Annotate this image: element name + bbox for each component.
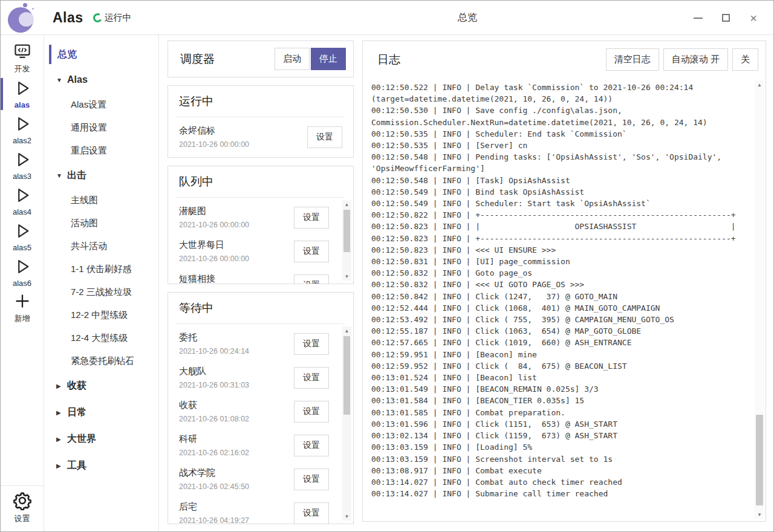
task-setting-button[interactable]: 设置 — [294, 274, 329, 284]
log-scroll-thumb[interactable] — [756, 415, 763, 505]
queue-scroll-thumb[interactable] — [343, 210, 350, 252]
task-setting-button[interactable]: 设置 — [294, 333, 329, 355]
menu-item-共斗活动[interactable]: 共斗活动 — [49, 235, 158, 258]
menu-item-Alas设置[interactable]: Alas设置 — [49, 93, 158, 116]
task-setting-button[interactable]: 设置 — [294, 469, 329, 490]
sidebar-item-alas2[interactable]: alas2 — [1, 112, 44, 148]
clear-log-button[interactable]: 清空日志 — [606, 48, 659, 71]
scroll-up-icon[interactable]: ▲ — [755, 80, 764, 89]
log-line: 00:13:03.159 | INFO | [Loading] 5% — [371, 441, 752, 453]
task-setting-button[interactable]: 设置 — [294, 401, 329, 423]
menu-item-活动图[interactable]: 活动图 — [49, 212, 158, 235]
instance-rail: 开发alasalas2alas3alas4alas5alas6新增 设置 — [1, 35, 44, 531]
menu-item-日常[interactable]: ▶日常 — [49, 399, 158, 426]
queue-title: 队列中 — [168, 174, 353, 197]
log-line: 00:12:53.492 | INFO | Click ( 755, 395) … — [371, 314, 752, 325]
page-title: 总览 — [458, 11, 477, 24]
task-name: 委托 — [179, 332, 249, 343]
menu-item-工具[interactable]: ▶工具 — [49, 452, 158, 479]
menu-item-7-2 三战捡垃圾[interactable]: 7-2 三战捡垃圾 — [49, 281, 158, 303]
log-line: 00:12:50.832 | INFO | <<< UI GOTO PAGE_O… — [371, 279, 752, 290]
menu-item-通用设置[interactable]: 通用设置 — [49, 116, 158, 139]
menu-item-总览[interactable]: 总览 — [49, 42, 158, 66]
task-info: 潜艇图2021-10-26 00:00:00 — [179, 206, 249, 229]
log-output[interactable]: 00:12:50.522 | INFO | Delay task `Commis… — [371, 82, 752, 519]
log-off-button[interactable]: 关 — [732, 48, 758, 71]
waiting-scrollbar[interactable]: ▲ ▼ — [342, 326, 351, 521]
scroll-down-icon[interactable]: ▼ — [342, 512, 351, 521]
menu-item-1-1 伏击刷好感[interactable]: 1-1 伏击刷好感 — [49, 258, 158, 281]
log-line: 00:12:50.831 | INFO | [UI] page_commissi… — [371, 256, 752, 267]
menu-item-label: 工具 — [67, 459, 86, 472]
log-line: 00:12:50.823 | INFO | <<< UI ENSURE >>> — [371, 244, 752, 256]
running-spinner-icon — [92, 12, 103, 23]
scroll-down-icon[interactable]: ▼ — [342, 272, 351, 281]
task-setting-button[interactable]: 设置 — [294, 502, 329, 524]
sidebar-item-alas6[interactable]: alas6 — [1, 255, 44, 290]
menu-item-label: 出击 — [67, 169, 86, 182]
menu-item-出击[interactable]: ▼出击 — [49, 162, 158, 189]
task-setting-button[interactable]: 设置 — [294, 207, 329, 229]
menu-item-重启设置[interactable]: 重启设置 — [49, 139, 158, 162]
task-info: 战术学院2021-10-26 02:45:50 — [179, 467, 249, 491]
sidebar-item-settings[interactable]: 设置 — [1, 490, 44, 525]
menu-item-大世界[interactable]: ▶大世界 — [49, 426, 158, 452]
scroll-up-icon[interactable]: ▲ — [342, 200, 351, 209]
queue-scrollbar[interactable]: ▲ ▼ — [342, 200, 351, 281]
task-name: 科研 — [179, 433, 249, 445]
sidebar-item-alas5[interactable]: alas5 — [1, 219, 44, 255]
sidebar-item-开发[interactable]: 开发 — [1, 41, 44, 76]
task-row: 战术学院2021-10-26 02:45:50设置 — [179, 462, 329, 496]
app-window: Alas 运行中 总览 × 开发alasalas2alas3alas4alas5… — [0, 0, 774, 532]
autoscroll-toggle-button[interactable]: 自动滚动 开 — [663, 48, 728, 71]
sidebar-item-alas3[interactable]: alas3 — [1, 148, 44, 183]
minimize-icon — [694, 18, 703, 19]
menu-item-label: 活动图 — [71, 218, 98, 229]
log-line: 00:13:02.134 | INFO | Click (1159, 673) … — [371, 430, 752, 441]
log-panel: 日志 清空日志 自动滚动 开 关 00:12:50.522 | INFO | D… — [362, 41, 766, 522]
scroll-up-icon[interactable]: ▲ — [342, 326, 351, 335]
menu-item-收获[interactable]: ▶收获 — [49, 372, 158, 399]
scheduler-stop-button[interactable]: 停止 — [311, 48, 346, 70]
task-setting-button[interactable]: 设置 — [307, 126, 342, 148]
scheduler-start-button[interactable]: 启动 — [275, 48, 310, 70]
titlebar: Alas 运行中 总览 × — [1, 1, 773, 35]
minimize-button[interactable] — [684, 6, 712, 30]
task-row: 余烬信标2021-10-26 00:00:00设置 — [179, 120, 342, 154]
menu-item-label: 共斗活动 — [71, 241, 107, 252]
chevron-right-icon: ▶ — [56, 436, 67, 443]
running-panel: 运行中 余烬信标2021-10-26 00:00:00设置 — [167, 85, 354, 158]
menu-item-紧急委托刷钻石[interactable]: 紧急委托刷钻石 — [49, 349, 158, 372]
task-next-run-time: 2021-10-26 02:45:50 — [179, 482, 249, 491]
play-icon — [13, 79, 31, 100]
task-setting-button[interactable]: 设置 — [294, 241, 329, 262]
log-scrollbar[interactable]: ▲ ▼ — [755, 80, 764, 519]
scheduler-status: 运行中 — [93, 12, 132, 24]
log-line: 00:12:50.530 | INFO | Save config ./conf… — [371, 105, 752, 128]
rail-item-label: 新增 — [15, 313, 30, 324]
close-button[interactable]: × — [740, 6, 767, 30]
scheduler-panel: 调度器 启动 停止 — [167, 41, 354, 77]
menu-item-12-2 中型练级[interactable]: 12-2 中型练级 — [49, 303, 158, 326]
play-icon — [13, 222, 31, 242]
task-setting-button[interactable]: 设置 — [294, 367, 329, 389]
plus-icon — [13, 292, 31, 313]
rail-item-label: alas6 — [13, 279, 31, 288]
task-next-run-time: 2021-10-26 00:00:00 — [179, 140, 249, 149]
maximize-button[interactable] — [712, 6, 740, 30]
task-setting-button[interactable]: 设置 — [294, 435, 329, 456]
sidebar-item-新增[interactable]: 新增 — [1, 290, 44, 326]
rail-item-label: alas4 — [13, 207, 31, 216]
log-line: 00:12:59.951 | INFO | [Beacon] mine — [371, 349, 752, 360]
menu-item-Alas[interactable]: ▼Alas — [49, 66, 158, 93]
task-next-run-time: 2021-10-26 04:19:27 — [179, 516, 249, 524]
app-logo-icon — [7, 2, 37, 33]
scroll-down-icon[interactable]: ▼ — [755, 510, 764, 519]
sidebar-item-alas[interactable]: alas — [1, 76, 44, 112]
menu-item-12-4 大型练级[interactable]: 12-4 大型练级 — [49, 326, 158, 349]
menu-item-主线图[interactable]: 主线图 — [49, 189, 158, 212]
waiting-title: 等待中 — [168, 300, 353, 323]
sidebar-item-alas4[interactable]: alas4 — [1, 183, 44, 219]
waiting-scroll-thumb[interactable] — [343, 336, 350, 415]
dev-icon — [13, 42, 31, 63]
